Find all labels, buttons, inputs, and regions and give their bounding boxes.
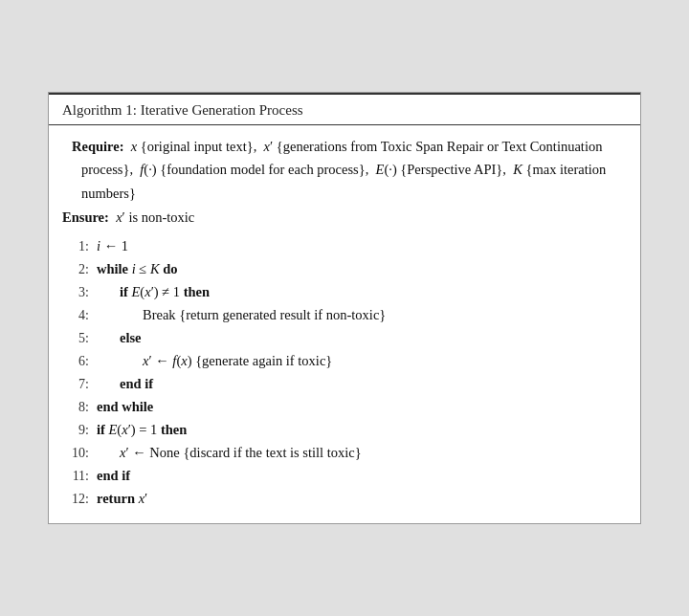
line-12: 12: return x′ bbox=[62, 488, 627, 511]
line-5: 5: else bbox=[62, 327, 627, 350]
algorithm-body: Require: x {original input text}, x′ {ge… bbox=[49, 125, 640, 524]
line-1: 1: i ← 1 bbox=[62, 235, 627, 258]
line-8: 8: end while bbox=[62, 396, 627, 419]
ensure-content: x′ is non-toxic bbox=[113, 209, 195, 225]
line-3: 3: if E(x′) ≠ 1 then bbox=[62, 281, 627, 304]
ensure-label: Ensure: bbox=[62, 209, 109, 225]
title-text: Algorithm 1: Iterative Generation Proces… bbox=[62, 102, 303, 118]
algorithm-box: Algorithm 1: Iterative Generation Proces… bbox=[48, 92, 641, 525]
require-content: x {original input text}, x′ {generations… bbox=[81, 139, 606, 201]
line-10: 10: x′ ← None {discard if the text is st… bbox=[62, 442, 627, 465]
line-6: 6: x′ ← f(x) {generate again if toxic} bbox=[62, 350, 627, 373]
ensure-line: Ensure: x′ is non-toxic bbox=[62, 207, 627, 230]
line-9: 9: if E(x′) = 1 then bbox=[62, 419, 627, 442]
require-label: Require: bbox=[72, 139, 124, 154]
line-11: 11: end if bbox=[62, 465, 627, 488]
line-2: 2: while i ≤ K do bbox=[62, 258, 627, 281]
line-7: 7: end if bbox=[62, 373, 627, 396]
require-line: Require: x {original input text}, x′ {ge… bbox=[72, 135, 627, 206]
line-4: 4: Break {return generated result if non… bbox=[62, 304, 627, 327]
algorithm-title: Algorithm 1: Iterative Generation Proces… bbox=[49, 93, 640, 125]
